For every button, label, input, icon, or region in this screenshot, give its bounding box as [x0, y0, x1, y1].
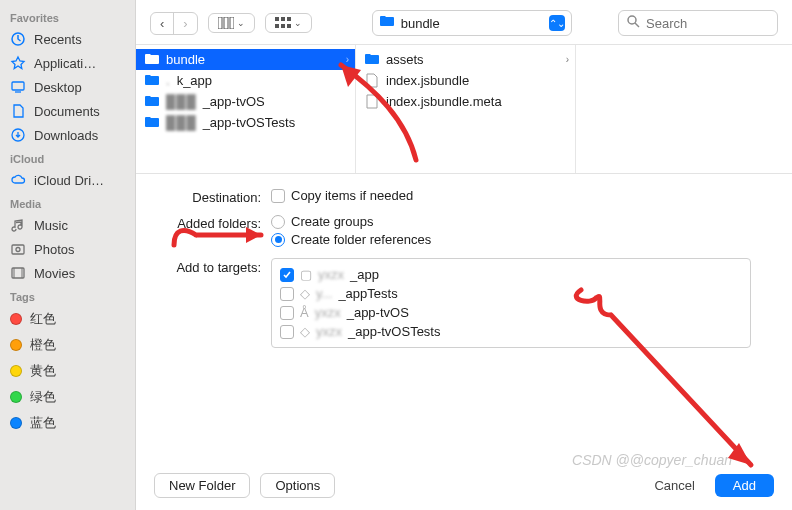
label: bundle [166, 52, 205, 67]
section-icloud: iCloud [0, 147, 135, 168]
label: Music [34, 218, 68, 233]
svg-rect-13 [281, 24, 285, 28]
svg-rect-14 [287, 24, 291, 28]
svg-rect-7 [224, 17, 228, 29]
label: index.jsbundle [386, 73, 469, 88]
file-row-bundle[interactable]: bundle› [136, 49, 355, 70]
sidebar: Favorites Recents Applicati… Desktop Doc… [0, 0, 136, 510]
target-row[interactable]: ▢yxzx_app [280, 265, 742, 284]
chevron-updown-icon: ⌃⌄ [549, 15, 565, 31]
footer: New Folder Options Cancel Add [136, 461, 792, 510]
desktop-icon [10, 79, 26, 95]
tag-yellow[interactable]: 黄色 [0, 358, 135, 384]
cancel-button[interactable]: Cancel [644, 474, 704, 497]
movie-icon [10, 265, 26, 281]
file-icon [364, 94, 380, 109]
label: Documents [34, 104, 100, 119]
search-icon [627, 14, 640, 32]
path-popup[interactable]: bundle ⌃⌄ [372, 10, 572, 36]
chevron-right-icon: › [566, 54, 569, 65]
svg-rect-3 [12, 245, 24, 254]
sidebar-item-desktop[interactable]: Desktop [0, 75, 135, 99]
tag-dot-icon [10, 339, 22, 351]
options-button[interactable]: Options [260, 473, 335, 498]
svg-rect-1 [12, 82, 24, 90]
section-favorites: Favorites [0, 6, 135, 27]
sidebar-item-movies[interactable]: Movies [0, 261, 135, 285]
browser-column-1: bundle› . k_app ███_app-tvOS ███_app-tvO… [136, 45, 356, 173]
add-targets-label: Add to targets: [156, 258, 271, 275]
target-icon: ◇ [300, 324, 310, 339]
target-row[interactable]: Åyxzx_app-tvOS [280, 303, 742, 322]
label: 蓝色 [30, 414, 56, 432]
tag-red[interactable]: 红色 [0, 306, 135, 332]
radio-icon [271, 215, 285, 229]
svg-point-15 [628, 16, 636, 24]
file-row[interactable]: . k_app [136, 70, 355, 91]
folder-icon [379, 14, 395, 32]
file-row[interactable]: ███_app-tvOS [136, 91, 355, 112]
file-row[interactable]: index.jsbundle.meta [356, 91, 575, 112]
label: 绿色 [30, 388, 56, 406]
group-by-button[interactable]: ⌄ [265, 13, 312, 33]
label: assets [386, 52, 424, 67]
file-row[interactable]: ███_app-tvOSTests [136, 112, 355, 133]
folder-icon [144, 74, 160, 87]
create-groups-option[interactable]: Create groups [271, 214, 431, 229]
back-button[interactable]: ‹ [151, 13, 173, 34]
sidebar-item-documents[interactable]: Documents [0, 99, 135, 123]
tag-dot-icon [10, 417, 22, 429]
search-field[interactable] [618, 10, 778, 36]
tag-green[interactable]: 绿色 [0, 384, 135, 410]
create-refs-option[interactable]: Create folder references [271, 232, 431, 247]
tag-blue[interactable]: 蓝色 [0, 410, 135, 436]
download-icon [10, 127, 26, 143]
sidebar-item-photos[interactable]: Photos [0, 237, 135, 261]
toolbar: ‹ › ⌄ ⌄ bundle ⌃⌄ [136, 0, 792, 44]
watermark: CSDN @@copyer_chuan [572, 452, 732, 468]
label: Create folder references [291, 232, 431, 247]
new-folder-button[interactable]: New Folder [154, 473, 250, 498]
added-folders-label: Added folders: [156, 214, 271, 231]
folder-icon [144, 53, 160, 66]
copy-items-option[interactable]: Copy items if needed [271, 188, 413, 203]
chevron-right-icon: › [346, 54, 349, 65]
target-row[interactable]: ◇yxzx_app-tvOSTests [280, 322, 742, 341]
tag-dot-icon [10, 365, 22, 377]
label: Downloads [34, 128, 98, 143]
file-row-assets[interactable]: assets› [356, 49, 575, 70]
label: _app-tvOS [203, 94, 265, 109]
add-button[interactable]: Add [715, 474, 774, 497]
search-input[interactable] [646, 16, 769, 31]
tag-orange[interactable]: 橙色 [0, 332, 135, 358]
sidebar-item-music[interactable]: Music [0, 213, 135, 237]
tag-dot-icon [10, 391, 22, 403]
svg-rect-9 [275, 17, 279, 21]
target-row[interactable]: ◇y..._appTests [280, 284, 742, 303]
nav-segment: ‹ › [150, 12, 198, 35]
sidebar-item-applications[interactable]: Applicati… [0, 51, 135, 75]
label: _app [350, 267, 379, 282]
view-columns-button[interactable]: ⌄ [208, 13, 255, 33]
file-row[interactable]: index.jsbundle [356, 70, 575, 91]
label: Movies [34, 266, 75, 281]
targets-list: ▢yxzx_app ◇y..._appTests Åyxzx_app-tvOS … [271, 258, 751, 348]
forward-button[interactable]: › [173, 13, 196, 34]
folder-icon [144, 95, 160, 108]
svg-rect-8 [230, 17, 234, 29]
target-icon: Å [300, 305, 309, 320]
sidebar-item-recents[interactable]: Recents [0, 27, 135, 51]
label: 黄色 [30, 362, 56, 380]
section-media: Media [0, 192, 135, 213]
path-label: bundle [401, 16, 543, 31]
sidebar-item-downloads[interactable]: Downloads [0, 123, 135, 147]
label: iCloud Dri… [34, 173, 104, 188]
sidebar-item-icloud[interactable]: iCloud Dri… [0, 168, 135, 192]
svg-rect-10 [281, 17, 285, 21]
folder-icon [144, 116, 160, 129]
file-browser: bundle› . k_app ███_app-tvOS ███_app-tvO… [136, 44, 792, 174]
label: Applicati… [34, 56, 96, 71]
target-icon: ▢ [300, 267, 312, 282]
label: _app-tvOSTests [348, 324, 441, 339]
label: _app-tvOSTests [203, 115, 296, 130]
